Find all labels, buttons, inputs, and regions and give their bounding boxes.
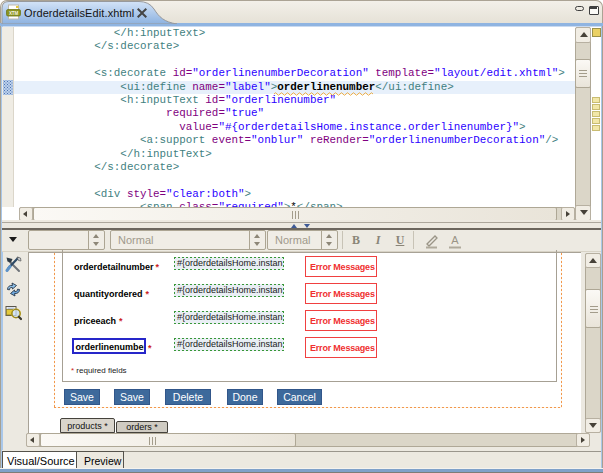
svg-text:A: A bbox=[451, 234, 459, 246]
svg-text:XTM: XTM bbox=[9, 11, 18, 16]
